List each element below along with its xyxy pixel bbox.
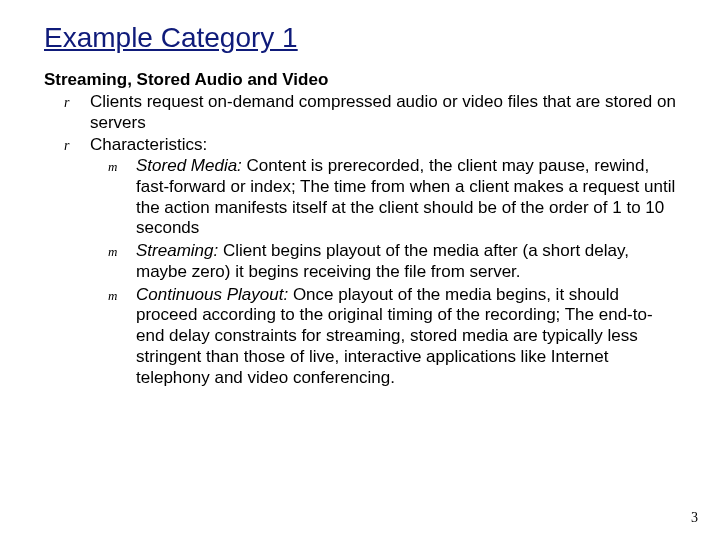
sub-list-item: m Stored Media: Content is prerecorded, … [108,156,676,239]
bullet-glyph-m: m [108,285,136,389]
sub-item-lead: Continuous Playout: [136,285,288,304]
sub-item-lead: Stored Media: [136,156,242,175]
list-item-text: Characteristics: [90,135,207,154]
list-item-text: Clients request on-demand compressed aud… [90,92,676,133]
page-number: 3 [691,510,698,526]
bullet-list: r Clients request on-demand compressed a… [44,92,676,390]
bullet-glyph-m: m [108,241,136,282]
slide-title: Example Category 1 [44,22,676,54]
sub-list-item: m Streaming: Client begins playout of th… [108,241,676,282]
sub-list-item: m Continuous Playout: Once playout of th… [108,285,676,389]
section-heading: Streaming, Stored Audio and Video [44,70,676,90]
list-item: r Clients request on-demand compressed a… [64,92,676,133]
list-item: r Characteristics: m Stored Media: Conte… [64,135,676,390]
bullet-glyph-r: r [64,92,90,133]
sub-list-item-text: Continuous Playout: Once playout of the … [136,285,676,389]
sub-bullet-list: m Stored Media: Content is prerecorded, … [90,156,676,388]
bullet-glyph-m: m [108,156,136,239]
sub-list-item-text: Stored Media: Content is prerecorded, th… [136,156,676,239]
sub-list-item-text: Streaming: Client begins playout of the … [136,241,676,282]
bullet-glyph-r: r [64,135,90,390]
sub-item-lead: Streaming: [136,241,218,260]
